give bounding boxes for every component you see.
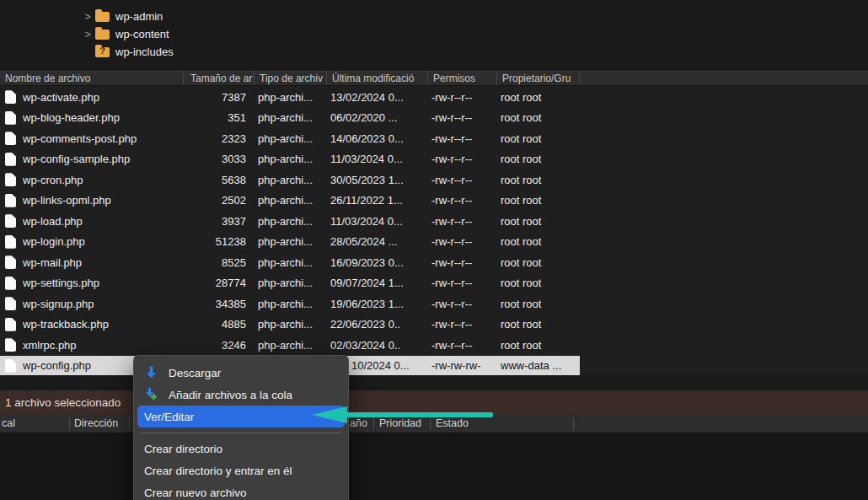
file-icon xyxy=(5,359,16,373)
file-name-cell: wp-blog-header.php xyxy=(0,111,184,125)
file-size: 3033 xyxy=(184,153,255,165)
file-icon xyxy=(5,173,16,186)
file-row[interactable]: wp-blog-header.php351php-archi...06/02/2… xyxy=(0,108,580,129)
file-modified: 13/02/2024 0... xyxy=(327,91,428,104)
file-name: wp-load.php xyxy=(23,215,83,228)
menu-item-label: Crear directorio y entrar en él xyxy=(144,465,292,477)
file-owner: root root xyxy=(497,111,580,124)
file-modified: 11/03/2024 0... xyxy=(327,153,428,165)
file-row[interactable]: xmlrpc.php3246php-archi...02/03/2024 0..… xyxy=(0,335,580,356)
menu-item[interactable]: Descargar xyxy=(137,362,345,384)
file-name-cell: wp-links-opml.php xyxy=(0,194,184,207)
file-modified: 02/03/2024 0.. xyxy=(327,339,428,352)
file-modified: 14/06/2023 0... xyxy=(327,132,428,145)
file-row[interactable]: wp-settings.php28774php-archi...09/07/20… xyxy=(0,273,580,294)
menu-item-label: Crear directorio xyxy=(144,443,222,455)
menu-item[interactable]: Crear directorio xyxy=(137,438,345,460)
file-icon xyxy=(5,318,16,331)
transfer-queue-pane xyxy=(0,433,868,500)
file-row[interactable]: wp-cron.php5638php-archi...30/05/2023 1.… xyxy=(0,169,580,191)
file-modified: 19/06/2023 1... xyxy=(327,298,428,310)
column-divider xyxy=(69,417,70,430)
column-header-type[interactable]: Tipo de archiv xyxy=(255,72,327,85)
file-row[interactable]: wp-config-sample.php3033php-archi...11/0… xyxy=(0,149,580,170)
file-name-cell: wp-activate.php xyxy=(0,90,184,104)
file-icon xyxy=(5,338,16,352)
queue-column-local[interactable]: cal xyxy=(2,417,15,429)
file-size: 28774 xyxy=(184,277,255,289)
file-owner: root root xyxy=(497,153,580,165)
file-size: 7387 xyxy=(184,91,255,104)
file-owner: root root xyxy=(497,277,580,289)
file-name-cell: wp-cron.php xyxy=(0,173,184,186)
file-list-header: Nombre de archivo Tamaño de ar Tipo de a… xyxy=(0,71,868,86)
file-row[interactable]: wp-load.php3937php-archi...11/03/2024 0.… xyxy=(0,211,580,232)
file-type: php-archi... xyxy=(255,153,327,165)
file-type: php-archi... xyxy=(255,194,327,207)
file-name: xmlrpc.php xyxy=(23,339,77,352)
file-permissions: -rw-r--r-- xyxy=(428,111,497,124)
file-owner: root root xyxy=(497,256,580,269)
tree-row-wp-content[interactable]: > wp-content xyxy=(0,25,868,42)
file-icon xyxy=(5,297,16,310)
file-owner: root root xyxy=(497,215,580,228)
file-name-cell: wp-signup.php xyxy=(0,297,184,310)
file-type: php-archi... xyxy=(255,318,327,331)
file-size: 34385 xyxy=(184,298,255,310)
file-name-cell: wp-settings.php xyxy=(0,277,184,290)
file-size: 51238 xyxy=(184,235,255,248)
file-icon xyxy=(5,214,16,228)
file-icon xyxy=(5,235,16,249)
context-menu: DescargarAñadir archivos a la colaVer/Ed… xyxy=(133,355,349,500)
file-row[interactable]: wp-links-opml.php2502php-archi...26/11/2… xyxy=(0,191,580,212)
file-owner: root root xyxy=(497,318,580,331)
file-name-cell: wp-mail.php xyxy=(0,255,184,269)
column-header-modified[interactable]: Última modificació xyxy=(327,72,428,85)
tree-row-selected-partial[interactable] xyxy=(0,0,868,7)
column-header-name[interactable]: Nombre de archivo xyxy=(0,72,184,85)
menu-item-label: Añadir archivos a la cola xyxy=(169,389,292,401)
file-row[interactable]: wp-mail.php8525php-archi...16/09/2023 0.… xyxy=(0,252,580,273)
file-name-cell: wp-config-sample.php xyxy=(0,153,184,166)
tree-row-wp-admin[interactable]: > wp-admin xyxy=(0,8,868,24)
file-size: 3246 xyxy=(184,339,255,352)
file-owner: root root xyxy=(497,235,580,248)
file-name-cell: xmlrpc.php xyxy=(0,338,184,352)
file-permissions: -rw-r--r-- xyxy=(428,215,497,228)
file-type: php-archi... xyxy=(255,256,327,269)
menu-item[interactable]: Crear nuevo archivo xyxy=(137,481,345,500)
column-header-owner[interactable]: Propietario/Gru xyxy=(497,72,580,85)
file-row[interactable]: wp-trackback.php4885php-archi...22/06/20… xyxy=(0,315,580,336)
file-permissions: -rw-rw-rw- xyxy=(428,359,497,372)
file-permissions: -rw-r--r-- xyxy=(428,318,497,331)
file-modified: 28/05/2024 ... xyxy=(327,235,428,248)
file-owner: root root xyxy=(497,132,580,145)
file-name: wp-config-sample.php xyxy=(23,153,130,165)
menu-item[interactable]: Crear directorio y entrar en él xyxy=(137,460,345,481)
chevron-right-icon[interactable]: > xyxy=(83,28,93,40)
file-type: php-archi... xyxy=(255,215,327,228)
file-row[interactable]: wp-signup.php34385php-archi...19/06/2023… xyxy=(0,293,580,315)
column-header-permissions[interactable]: Permisos xyxy=(428,72,497,85)
file-size: 2502 xyxy=(184,194,255,207)
menu-item[interactable]: Añadir archivos a la cola xyxy=(137,384,345,406)
column-header-size[interactable]: Tamaño de ar xyxy=(184,72,255,85)
menu-item-label: Descargar xyxy=(169,367,221,379)
file-owner: root root xyxy=(497,194,580,207)
file-icon xyxy=(5,194,16,207)
file-permissions: -rw-r--r-- xyxy=(428,277,497,289)
file-permissions: -rw-r--r-- xyxy=(428,132,497,145)
file-icon xyxy=(5,111,16,125)
chevron-right-icon[interactable]: > xyxy=(83,10,93,23)
file-name: wp-comments-post.php xyxy=(23,132,137,145)
queue-column-direction[interactable]: Dirección xyxy=(74,417,118,429)
list-bottom-strip xyxy=(0,375,868,390)
tree-row-wp-includes[interactable]: wp-includes xyxy=(0,43,868,60)
file-name: wp-links-opml.php xyxy=(23,194,111,207)
file-row[interactable]: wp-login.php51238php-archi...28/05/2024 … xyxy=(0,232,580,253)
selection-status-text: 1 archivo seleccionado xyxy=(0,396,121,409)
file-type: php-archi... xyxy=(255,132,327,145)
file-row[interactable]: wp-activate.php7387php-archi...13/02/202… xyxy=(0,87,580,108)
file-row[interactable]: wp-comments-post.php2323php-archi...14/0… xyxy=(0,128,580,149)
file-size: 4885 xyxy=(184,318,255,331)
